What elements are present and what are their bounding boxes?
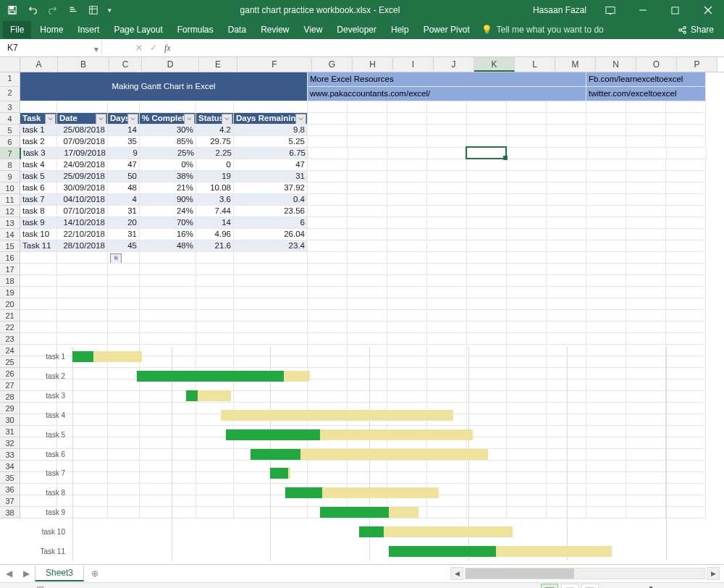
table-cell[interactable]: 47 <box>234 159 308 171</box>
tell-me-box[interactable]: 💡 Tell me what you want to do <box>481 25 604 35</box>
view-normal-button[interactable] <box>541 584 558 588</box>
cancel-icon[interactable]: ✕ <box>135 43 143 53</box>
filter-dropdown-icon[interactable] <box>45 114 56 125</box>
table-cell[interactable]: 19 <box>196 171 234 182</box>
view-pagelayout-button[interactable] <box>561 584 578 588</box>
table-cell[interactable]: 48% <box>140 240 196 252</box>
table-cell[interactable]: 37.92 <box>234 182 308 194</box>
macro-record-icon[interactable] <box>36 585 46 588</box>
ribbon-options-icon[interactable] <box>594 0 626 20</box>
table-cell[interactable]: 26.04 <box>234 229 308 240</box>
table-cell[interactable]: 20 <box>108 217 140 229</box>
row-header-4[interactable]: 4 <box>0 113 20 125</box>
horizontal-scrollbar[interactable]: ◀ ▶ <box>106 567 724 580</box>
row-header-22[interactable]: 22 <box>0 322 20 333</box>
row-header-1[interactable]: 1 <box>0 72 20 87</box>
tab-home[interactable]: Home <box>33 21 70 38</box>
tab-nav-prev[interactable]: ◀ <box>0 568 17 579</box>
table-cell[interactable]: 29.75 <box>196 136 234 148</box>
row-header-26[interactable]: 26 <box>0 368 20 379</box>
filter-dropdown-icon[interactable] <box>222 114 232 125</box>
row-header-36[interactable]: 36 <box>0 484 20 495</box>
table-header[interactable]: Days <box>108 113 140 125</box>
undo-icon[interactable] <box>23 1 42 19</box>
col-header-L[interactable]: L <box>515 57 555 72</box>
col-header-P[interactable]: P <box>677 57 717 72</box>
table-cell[interactable]: 22/10/2018 <box>57 229 108 240</box>
table-cell[interactable]: 21% <box>140 182 196 194</box>
row-header-30[interactable]: 30 <box>0 414 20 426</box>
sheet-tab-active[interactable]: Sheet3 <box>35 566 84 581</box>
row-header-13[interactable]: 13 <box>0 217 20 229</box>
table-cell[interactable]: 35 <box>108 136 140 148</box>
table-cell[interactable]: 4.2 <box>196 125 234 136</box>
row-header-3[interactable]: 3 <box>0 101 20 113</box>
select-all-corner[interactable] <box>0 57 20 72</box>
table-cell[interactable]: 47 <box>108 159 140 171</box>
table-header[interactable]: Date <box>57 113 108 125</box>
filter-dropdown-icon[interactable] <box>127 114 138 125</box>
table-header[interactable]: Task <box>20 113 57 125</box>
row-header-20[interactable]: 20 <box>0 298 20 310</box>
table-cell[interactable]: 50 <box>108 171 140 182</box>
col-header-H[interactable]: H <box>353 57 393 72</box>
table-cell[interactable]: task 5 <box>20 171 57 182</box>
row-header-5[interactable]: 5 <box>0 125 20 136</box>
table-cell[interactable]: task 2 <box>20 136 57 148</box>
table-cell[interactable]: 5.25 <box>234 136 308 148</box>
table-cell[interactable]: 48 <box>108 182 140 194</box>
table-cell[interactable]: 10.08 <box>196 182 234 194</box>
signed-in-user[interactable]: Hasaan Fazal <box>526 5 594 15</box>
paste-options-icon[interactable]: ⎘ <box>108 252 140 264</box>
save-icon[interactable] <box>3 1 22 19</box>
row-header-7[interactable]: 7 <box>0 148 21 159</box>
sort-icon[interactable] <box>64 1 83 19</box>
col-header-N[interactable]: N <box>596 57 636 72</box>
row-header-32[interactable]: 32 <box>0 437 20 449</box>
table-cell[interactable]: 45 <box>108 240 140 252</box>
table-cell[interactable]: task 4 <box>20 159 57 171</box>
minimize-button[interactable] <box>626 0 659 20</box>
filter-dropdown-icon[interactable] <box>295 114 306 125</box>
row-header-9[interactable]: 9 <box>0 171 20 182</box>
table-cell[interactable]: task 7 <box>20 194 57 206</box>
table-cell[interactable]: 6 <box>234 217 308 229</box>
row-header-8[interactable]: 8 <box>0 159 20 171</box>
table-cell[interactable]: 38% <box>140 171 196 182</box>
row-header-21[interactable]: 21 <box>0 310 20 322</box>
row-header-6[interactable]: 6 <box>0 136 20 148</box>
table-header[interactable]: % Complete <box>140 113 196 125</box>
row-header-35[interactable]: 35 <box>0 472 20 484</box>
tab-file[interactable]: File <box>3 21 31 38</box>
row-header-11[interactable]: 11 <box>0 194 20 206</box>
row-header-12[interactable]: 12 <box>0 206 20 217</box>
table-cell[interactable]: 30/09/2018 <box>57 182 108 194</box>
table-cell[interactable]: 21.6 <box>196 240 234 252</box>
col-header-A[interactable]: A <box>20 57 58 72</box>
row-header-25[interactable]: 25 <box>0 356 20 368</box>
table-cell[interactable]: 31 <box>108 229 140 240</box>
table-cell[interactable]: task 1 <box>20 125 57 136</box>
table-cell[interactable]: 24% <box>140 206 196 217</box>
table-cell[interactable]: 17/09/2018 <box>58 148 109 159</box>
col-header-O[interactable]: O <box>636 57 677 72</box>
row-header-15[interactable]: 15 <box>0 240 20 252</box>
tab-review[interactable]: Review <box>253 21 296 38</box>
row-header-16[interactable]: 16 <box>0 252 20 264</box>
tab-pagelayout[interactable]: Page Layout <box>106 21 169 38</box>
share-button[interactable]: Share <box>678 25 721 35</box>
table-cell[interactable]: 9.8 <box>234 125 308 136</box>
table-cell[interactable]: 9 <box>109 148 140 159</box>
table-cell[interactable]: 3.6 <box>196 194 234 206</box>
table-header[interactable]: Days Remaining <box>234 113 308 125</box>
scroll-track[interactable] <box>465 568 705 579</box>
view-pagebreak-button[interactable] <box>581 584 599 588</box>
row-header-29[interactable]: 29 <box>0 403 20 414</box>
row-header-2[interactable]: 2 <box>0 87 20 101</box>
table-cell[interactable]: task 10 <box>20 229 57 240</box>
table-cell[interactable]: 14 <box>196 217 234 229</box>
col-header-F[interactable]: F <box>237 57 312 72</box>
name-box[interactable]: K7 ▾ <box>0 39 102 56</box>
table-cell[interactable]: 28/10/2018 <box>57 240 108 252</box>
formula-input[interactable] <box>178 39 724 56</box>
